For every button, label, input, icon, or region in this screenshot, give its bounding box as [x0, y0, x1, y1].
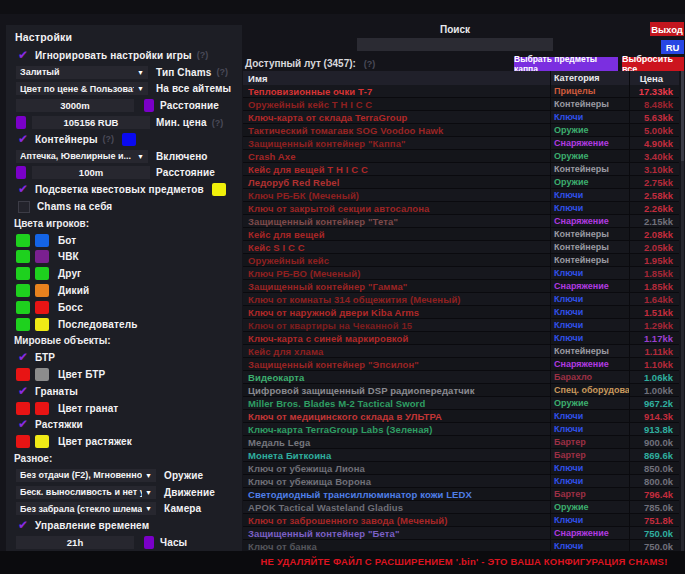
min-price-input[interactable]: 105156 RUB	[32, 116, 150, 129]
grenade-color-swatch-2[interactable]	[35, 402, 49, 415]
scav-color-swatch-1[interactable]	[16, 284, 30, 297]
boss-color-swatch-1[interactable]	[16, 301, 30, 314]
table-row[interactable]: Тактический томагавк SOG Voodoo HawkОруж…	[243, 124, 679, 137]
table-row[interactable]: Ключ от убежища ВоронаКлючи800.0k	[243, 475, 679, 488]
containers-checkbox[interactable]: ✔	[18, 133, 29, 146]
table-row[interactable]: Ключ от медицинского склада в УЛЬТРАКлюч…	[243, 410, 679, 423]
table-row[interactable]: Ключ РБ-ВО (Меченый)Ключи1.85kk	[243, 267, 679, 280]
table-row[interactable]: Ключ-карта с синей маркировкойКлючи1.17k…	[243, 332, 679, 345]
column-header-category[interactable]: Категория	[550, 71, 629, 85]
exit-button[interactable]: Выход	[650, 22, 684, 36]
table-row[interactable]: Оружейный кейс T H I C CКонтейнеры8.48kk	[243, 98, 679, 111]
pmc-color-swatch-1[interactable]	[16, 250, 30, 263]
table-row[interactable]: Miller Bros. Blades M-2 Tactical SwordОр…	[243, 397, 679, 410]
table-row[interactable]: Монета БиткоинаБартер869.6k	[243, 449, 679, 462]
tripwires-checkbox[interactable]: ✔	[18, 418, 29, 431]
table-row[interactable]: Ключ от комнаты 314 общежития (Меченый)К…	[243, 293, 679, 306]
containers-color-swatch[interactable]	[122, 133, 136, 146]
table-row[interactable]: Кейс для хламаКонтейнеры1.11kk	[243, 345, 679, 358]
help-icon[interactable]: (?)	[212, 118, 224, 128]
friend-color-swatch-2[interactable]	[35, 267, 49, 280]
all-items-mode-select[interactable]: Цвет по цене & Пользователь▼	[16, 82, 148, 95]
help-icon[interactable]: (?)	[197, 50, 209, 60]
ignore-game-settings-checkbox[interactable]: ✔	[18, 49, 29, 62]
table-row[interactable]: APOK Tactical Wasteland GladiusОружие785…	[243, 501, 679, 514]
grenades-checkbox[interactable]: ✔	[18, 385, 29, 398]
tripwire-color-swatch-2[interactable]	[35, 435, 49, 448]
chams-type-select[interactable]: Залитый▼	[16, 66, 148, 79]
misc-title-row: Разное:	[6, 450, 242, 467]
friend-color-swatch-1[interactable]	[16, 267, 30, 280]
quest-highlight-checkbox[interactable]: ✔	[18, 183, 29, 196]
table-row[interactable]: Оружейный кейсКонтейнеры1.95kk	[243, 254, 679, 267]
movement-misc-select[interactable]: Беск. выносливость и нет уста▼	[16, 486, 156, 499]
pmc-color-swatch-2[interactable]	[35, 250, 49, 263]
time-control-checkbox[interactable]: ✔	[18, 519, 29, 532]
table-row[interactable]: Медаль LegaБартер900.0k	[243, 436, 679, 449]
table-row[interactable]: Ключ-карта TerraGroup Labs (Зеленая)Ключ…	[243, 423, 679, 436]
table-row[interactable]: Защищенный контейнер "Эпсилон"Снаряжение…	[243, 358, 679, 371]
table-row[interactable]: Кейс для вещейКонтейнеры2.08kk	[243, 228, 679, 241]
hours-color-swatch[interactable]	[144, 536, 154, 549]
table-row[interactable]: Кейс для вещей T H I C CКонтейнеры3.10kk	[243, 163, 679, 176]
table-row[interactable]: Цифровой защищенный DSP радиопередатчикС…	[243, 384, 679, 397]
distance-input[interactable]: 3000m	[16, 99, 134, 112]
item-price: 967.2k	[629, 397, 679, 409]
item-category: Снаряжение	[550, 280, 629, 292]
grenade-color-swatch-1[interactable]	[16, 402, 30, 415]
table-row[interactable]: Защищенный контейнер "Каппа"Снаряжение4.…	[243, 137, 679, 150]
loot-title: Доступный лут (3457):	[245, 58, 356, 69]
distance-color-swatch[interactable]	[144, 99, 154, 112]
btr-color-row: Цвет БТР	[6, 366, 242, 383]
column-header-price[interactable]: Цена	[629, 71, 679, 85]
containers-filter-select[interactable]: Аптечка, Ювелирные и...▼	[16, 150, 148, 163]
table-row[interactable]: Ключ от квартиры на Чеканной 15Ключи1.29…	[243, 319, 679, 332]
chams-self-checkbox[interactable]	[18, 201, 30, 213]
table-row[interactable]: Кейс S I C CКонтейнеры2.05kk	[243, 241, 679, 254]
table-row[interactable]: Ключ от банкаКлючи750.0k	[243, 540, 679, 551]
bot-color-swatch-1[interactable]	[16, 234, 30, 247]
drop-all-button[interactable]: Выбросить все	[622, 57, 684, 71]
table-row[interactable]: ВидеокартаБарахло1.06kk	[243, 371, 679, 384]
all-items-mode-row: Цвет по цене & Пользователь▼На все айтем…	[6, 81, 242, 98]
world-objects-title-row: Мировые объекты:	[6, 333, 242, 350]
help-icon[interactable]: (?)	[103, 134, 115, 144]
btr-color-swatch-1[interactable]	[16, 368, 30, 381]
table-row[interactable]: Ключ от заброшенного завода (Меченый)Клю…	[243, 514, 679, 527]
table-row[interactable]: Ключ от наружной двери Kiba ArmsКлючи1.5…	[243, 306, 679, 319]
scrollbar[interactable]	[681, 71, 684, 551]
scav-color-swatch-2[interactable]	[35, 284, 49, 297]
boss-color-swatch-2[interactable]	[35, 301, 49, 314]
bot-color-swatch-2[interactable]	[35, 234, 49, 247]
table-row[interactable]: Ключ от убежища ЛионаКлючи850.0k	[243, 462, 679, 475]
column-header-name[interactable]: Имя	[243, 73, 550, 84]
camera-misc-select[interactable]: Без забрала (стекло шлема)▼	[16, 502, 156, 515]
table-row[interactable]: Тепловизионные очки Т-7Прицелы17.33kk	[243, 85, 679, 98]
follower-color-swatch-2[interactable]	[35, 318, 49, 331]
weapon-misc-select[interactable]: Без отдачи (F2), Мгновенное п▼	[16, 469, 156, 482]
select-kappa-items-button[interactable]: Выбрать предметы каппа	[514, 57, 618, 71]
help-icon[interactable]: (?)	[216, 67, 228, 77]
help-icon[interactable]: (?)	[364, 59, 376, 69]
scrollbar-thumb[interactable]	[681, 71, 684, 161]
btr-checkbox[interactable]: ✔	[18, 351, 29, 364]
btr-color-swatch-2[interactable]	[35, 368, 49, 381]
follower-color-swatch-1[interactable]	[16, 318, 30, 331]
table-row[interactable]: Ключ от закрытой секции автосалонаКлючи2…	[243, 202, 679, 215]
table-row[interactable]: Защищенный контейнер "Гамма"Снаряжение1.…	[243, 280, 679, 293]
min-price-color-swatch[interactable]	[16, 116, 26, 129]
table-row[interactable]: Защищенный контейнер "Бета"Снаряжение750…	[243, 527, 679, 540]
table-row[interactable]: Ледоруб Red RebelОружие2.75kk	[243, 176, 679, 189]
language-button[interactable]: RU	[661, 40, 684, 54]
table-row[interactable]: Ключ РБ-БК (Меченый)Ключи2.58kk	[243, 189, 679, 202]
hours-input[interactable]: 21h	[16, 536, 134, 549]
table-row[interactable]: Crash AxeОружие3.40kk	[243, 150, 679, 163]
quest-highlight-color-swatch[interactable]	[212, 183, 226, 196]
search-input[interactable]	[357, 38, 553, 51]
tripwire-color-swatch-1[interactable]	[16, 435, 30, 448]
containers-distance-input[interactable]: 100m	[32, 166, 150, 179]
table-row[interactable]: Защищенный контейнер "Тета"Снаряжение2.1…	[243, 215, 679, 228]
table-row[interactable]: Ключ-карта от склада TerraGroupКлючи5.63…	[243, 111, 679, 124]
table-row[interactable]: Светодиодный трансиллюминатор кожи LEDXБ…	[243, 488, 679, 501]
containers-distance-color-swatch[interactable]	[16, 166, 26, 179]
